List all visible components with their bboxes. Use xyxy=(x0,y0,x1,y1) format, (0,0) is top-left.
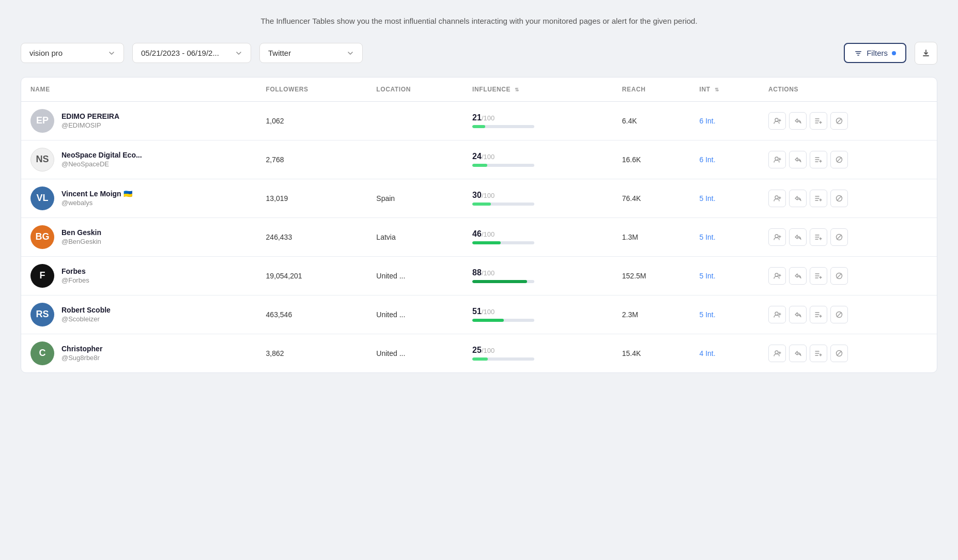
int-cell[interactable]: 6 Int. xyxy=(690,101,759,140)
add-to-list-button[interactable] xyxy=(810,267,827,285)
block-button[interactable] xyxy=(830,306,848,323)
influence-score-denom: /100 xyxy=(482,308,495,316)
influence-progress-bar xyxy=(472,357,534,361)
add-user-button[interactable] xyxy=(768,267,786,285)
block-button[interactable] xyxy=(830,190,848,207)
followers-cell: 2,768 xyxy=(257,140,367,179)
table-row: EP EDIMO PEREIRA @EDIMOSIP 1,062 21 /100… xyxy=(21,101,937,140)
influence-score-denom: /100 xyxy=(482,230,495,238)
table-row: RS Robert Scoble @Scobleizer 463,546 Uni… xyxy=(21,295,937,334)
influence-score-num: 88 xyxy=(472,268,482,277)
location-cell: United ... xyxy=(367,334,463,372)
controls-bar: vision pro 05/21/2023 - 06/19/2... Twitt… xyxy=(21,42,937,65)
platform-value: Twitter xyxy=(268,49,291,57)
svg-rect-2 xyxy=(857,55,859,56)
reach-cell: 2.3M xyxy=(613,295,690,334)
reply-icon xyxy=(794,233,802,241)
table-header-row: NAME FOLLOWERS LOCATION INFLUENCE ⇅ REAC… xyxy=(21,77,937,102)
add-user-icon xyxy=(773,272,781,280)
int-link[interactable]: 5 Int. xyxy=(700,272,716,280)
list-add-icon xyxy=(814,233,823,241)
location-cell: Latvia xyxy=(367,217,463,256)
actions-cell xyxy=(759,179,937,217)
add-user-icon xyxy=(773,349,781,357)
list-add-icon xyxy=(814,155,823,164)
add-user-icon xyxy=(773,117,781,125)
reply-icon xyxy=(794,194,802,203)
influence-progress-bar xyxy=(472,319,534,322)
block-button[interactable] xyxy=(830,345,848,362)
reply-button[interactable] xyxy=(789,345,807,362)
avatar: F xyxy=(30,264,54,288)
download-button[interactable] xyxy=(915,42,937,65)
filters-active-dot xyxy=(892,51,896,55)
add-to-list-button[interactable] xyxy=(810,190,827,207)
int-link[interactable]: 5 Int. xyxy=(700,194,716,203)
reply-button[interactable] xyxy=(789,112,807,130)
reach-cell: 76.4K xyxy=(613,179,690,217)
page-description: The Influencer Tables show you the most … xyxy=(21,15,937,27)
int-link[interactable]: 5 Int. xyxy=(700,233,716,241)
int-cell[interactable]: 5 Int. xyxy=(690,295,759,334)
influence-score-num: 21 xyxy=(472,113,482,122)
platform-dropdown[interactable]: Twitter xyxy=(259,43,363,63)
location-cell: United ... xyxy=(367,295,463,334)
user-handle: @EDIMOSIP xyxy=(61,121,119,129)
user-handle: @webalys xyxy=(61,199,132,207)
int-cell[interactable]: 6 Int. xyxy=(690,140,759,179)
add-user-button[interactable] xyxy=(768,228,786,246)
user-name: Christopher xyxy=(61,345,102,353)
int-cell[interactable]: 5 Int. xyxy=(690,256,759,295)
block-icon xyxy=(835,194,843,203)
int-link[interactable]: 5 Int. xyxy=(700,310,716,319)
int-link[interactable]: 4 Int. xyxy=(700,349,716,357)
block-button[interactable] xyxy=(830,112,848,130)
followers-cell: 246,433 xyxy=(257,217,367,256)
user-cell: EP EDIMO PEREIRA @EDIMOSIP xyxy=(21,101,257,140)
reply-button[interactable] xyxy=(789,267,807,285)
influence-progress-bar xyxy=(472,203,534,206)
influence-progress-bar xyxy=(472,280,534,283)
user-name: Ben Geskin xyxy=(61,228,101,237)
date-dropdown[interactable]: 05/21/2023 - 06/19/2... xyxy=(132,43,251,63)
add-user-button[interactable] xyxy=(768,190,786,207)
int-cell[interactable]: 5 Int. xyxy=(690,217,759,256)
block-button[interactable] xyxy=(830,151,848,168)
chevron-down-icon xyxy=(108,50,115,57)
int-link[interactable]: 6 Int. xyxy=(700,117,716,125)
table-row: F Forbes @Forbes 19,054,201 United ... 8… xyxy=(21,256,937,295)
add-user-button[interactable] xyxy=(768,151,786,168)
col-int[interactable]: INT ⇅ xyxy=(690,77,759,102)
followers-cell: 19,054,201 xyxy=(257,256,367,295)
add-user-button[interactable] xyxy=(768,306,786,323)
add-to-list-button[interactable] xyxy=(810,151,827,168)
int-cell[interactable]: 5 Int. xyxy=(690,179,759,217)
user-name: NeoSpace Digital Eco... xyxy=(61,151,142,159)
reply-button[interactable] xyxy=(789,228,807,246)
block-button[interactable] xyxy=(830,228,848,246)
int-cell[interactable]: 4 Int. xyxy=(690,334,759,372)
svg-rect-0 xyxy=(855,51,861,52)
col-reach: REACH xyxy=(613,77,690,102)
add-to-list-button[interactable] xyxy=(810,112,827,130)
add-to-list-button[interactable] xyxy=(810,345,827,362)
user-handle: @Forbes xyxy=(61,276,89,284)
add-user-button[interactable] xyxy=(768,112,786,130)
influence-progress-fill xyxy=(472,164,487,167)
add-to-list-button[interactable] xyxy=(810,228,827,246)
col-influence[interactable]: INFLUENCE ⇅ xyxy=(463,77,613,102)
filters-button[interactable]: Filters xyxy=(844,43,906,63)
block-button[interactable] xyxy=(830,267,848,285)
influence-progress-bar xyxy=(472,164,534,167)
date-value: 05/21/2023 - 06/19/2... xyxy=(141,49,219,57)
reply-button[interactable] xyxy=(789,306,807,323)
keyword-dropdown[interactable]: vision pro xyxy=(21,43,124,63)
filters-label: Filters xyxy=(867,49,888,57)
actions-cell xyxy=(759,334,937,372)
add-user-button[interactable] xyxy=(768,345,786,362)
reply-button[interactable] xyxy=(789,151,807,168)
add-to-list-button[interactable] xyxy=(810,306,827,323)
reply-button[interactable] xyxy=(789,190,807,207)
influence-cell: 21 /100 xyxy=(463,101,613,140)
int-link[interactable]: 6 Int. xyxy=(700,155,716,164)
